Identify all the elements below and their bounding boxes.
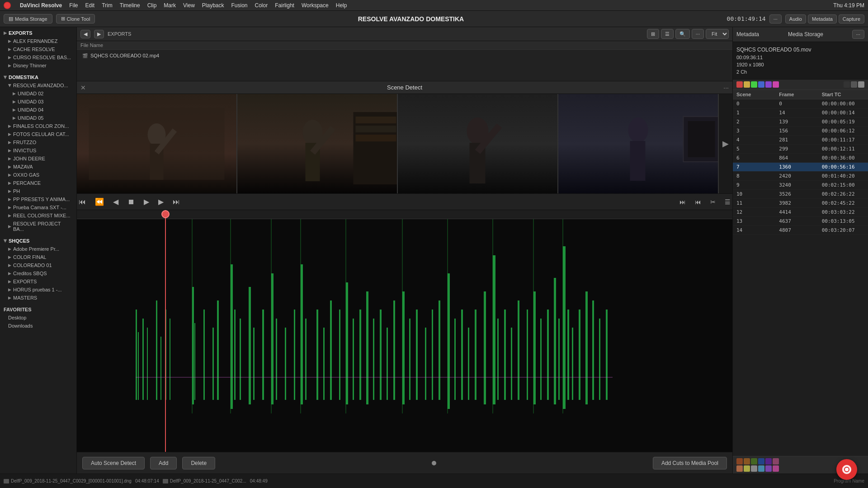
menu-mark[interactable]: Mark (164, 2, 176, 9)
sidebar-item-mazava[interactable]: ▶MAZAVA (0, 163, 76, 171)
player-ctrl-scissors[interactable]: ✂ (708, 197, 717, 206)
sidebar-item-invictus[interactable]: ▶INVICTUS (0, 146, 76, 155)
scene-row-0[interactable]: 0 0 00:00:00:00 (733, 99, 868, 108)
close-button[interactable]: ✕ (80, 84, 86, 91)
menu-edit[interactable]: Edit (85, 2, 95, 9)
audio-button[interactable]: Audio (785, 14, 806, 23)
player-ctrl-prev-cut[interactable]: ⏮ (693, 197, 703, 206)
forward-one-frame-button[interactable]: ▶ (156, 197, 165, 207)
back-one-frame-button[interactable]: ◀ (111, 197, 120, 207)
sidebar-item-pp-presets[interactable]: ▶PP PRESETS Y ANIMA... (0, 195, 76, 203)
scene-row-2[interactable]: 2 139 00:00:05:19 (733, 117, 868, 127)
menu-clip[interactable]: Clip (147, 2, 157, 9)
scene-row-8[interactable]: 8 2420 00:01:40:20 (733, 172, 868, 181)
sidebar-item-alex[interactable]: ▶ALEX FERNANDEZ (0, 37, 76, 45)
add-cuts-to-media-pool-button[interactable]: Add Cuts to Media Pool (653, 457, 727, 469)
scene-row-7[interactable]: 7 1360 00:00:56:16 (733, 163, 868, 172)
sidebar-item-color-final[interactable]: ▶COLOR FINAL (0, 253, 76, 261)
thumb-scroll-right[interactable]: ▶ (719, 94, 732, 193)
sidebar-item-reel[interactable]: ▶REEL COLORIST MIXE... (0, 211, 76, 220)
auto-scene-detect-button[interactable]: Auto Scene Detect (82, 457, 145, 469)
thumb-2[interactable] (237, 94, 398, 193)
add-button[interactable]: Add (150, 457, 177, 469)
davinci-floating-button[interactable] (836, 459, 857, 480)
sidebar-item-ph[interactable]: ▶PH (0, 187, 76, 195)
step-back-button[interactable]: ⏪ (93, 197, 106, 207)
menu-fairlight[interactable]: Fairlight (275, 2, 294, 9)
delete-button[interactable]: Delete (182, 457, 215, 469)
sidebar-item-domestika[interactable]: ▶ DOMESTIKA (0, 73, 76, 81)
sidebar-item-exports2[interactable]: ▶EXPORTS (0, 277, 76, 286)
sidebar-item-john-deere[interactable]: ▶JOHN DEERE (0, 155, 76, 163)
sidebar-item-unidad03[interactable]: ▶UNIDAD 03 (0, 98, 76, 106)
play-button[interactable]: ▶ (142, 197, 151, 207)
metadata-button[interactable]: Metadata (808, 14, 837, 23)
sidebar-item-disney[interactable]: ▶Disney Thinner (0, 61, 76, 70)
sidebar-item-percance[interactable]: ▶PERCANCE (0, 179, 76, 187)
thumb-1[interactable] (77, 94, 237, 193)
menu-timeline[interactable]: Timeline (120, 2, 140, 9)
skip-to-start-button[interactable]: ⏮ (77, 197, 88, 207)
fb-forward-button[interactable]: ▶ (94, 30, 104, 38)
sidebar-item-unidad02[interactable]: ▶UNIDAD 02 (0, 89, 76, 98)
menu-file[interactable]: File (69, 2, 78, 9)
thumb-3[interactable] (398, 94, 558, 193)
menu-color[interactable]: Color (255, 2, 268, 9)
sidebar-item-cache[interactable]: ▶CACHE RESOLVE (0, 45, 76, 53)
clone-tool-button[interactable]: ⊞ Clone Tool (56, 14, 95, 23)
file-item-sqhcs02[interactable]: 🎬 SQHCS COLOREADO 02.mp4 (80, 52, 729, 60)
media-storage-button[interactable]: ▤ Media Storage (4, 14, 52, 23)
sidebar-item-creditos[interactable]: ▶Creditos SBQS (0, 269, 76, 277)
menu-help[interactable]: Help (336, 2, 347, 9)
player-ctrl-list[interactable]: ☰ (723, 197, 732, 206)
sidebar-item-adobe[interactable]: ▶Adobe Premiere Pr... (0, 245, 76, 253)
skip-to-end-button[interactable]: ⏭ (171, 197, 182, 207)
sidebar-item-oxxo[interactable]: ▶OXXO GAS (0, 171, 76, 179)
scene-row-4[interactable]: 4 281 00:00:11:17 (733, 136, 868, 145)
sidebar-item-fotos[interactable]: ▶FOTOS CELULAR CAT... (0, 130, 76, 138)
waveform-container[interactable] (77, 219, 732, 452)
menu-playback[interactable]: Playback (202, 2, 224, 9)
sidebar-item-downloads[interactable]: Downloads (0, 322, 76, 330)
scene-row-12[interactable]: 12 4414 00:03:03:22 (733, 208, 868, 217)
player-ctrl-end[interactable]: ⏭ (678, 197, 688, 206)
scene-row-11[interactable]: 11 3982 00:02:45:22 (733, 199, 868, 208)
menu-workspace[interactable]: Workspace (302, 2, 329, 9)
scene-row-1[interactable]: 1 14 00:00:00:14 (733, 108, 868, 117)
menu-app-name[interactable]: DaVinci Resolve (20, 2, 62, 9)
scene-row-13[interactable]: 13 4637 00:03:13:05 (733, 217, 868, 226)
sidebar-item-coloreado[interactable]: ▶COLOREADO 01 (0, 261, 76, 269)
fb-more-button[interactable]: ··· (692, 29, 704, 39)
sidebar-item-resolve-avanzado[interactable]: ▶ RESOLVE AVANZADO... (0, 81, 76, 89)
sidebar-item-prueba[interactable]: ▶Prueba Camara SXT -... (0, 203, 76, 211)
menu-trim[interactable]: Trim (102, 2, 113, 9)
fb-back-button[interactable]: ◀ (80, 30, 90, 38)
sidebar-item-horus[interactable]: ▶HORUS pruebas 1 -... (0, 286, 76, 294)
timecode-more-button[interactable]: ··· (769, 14, 782, 23)
scene-row-6[interactable]: 6 864 00:00:36:00 (733, 154, 868, 163)
fb-fit-select[interactable]: Fit (706, 29, 729, 39)
stop-button[interactable]: ⏹ (126, 197, 137, 207)
sidebar-item-desktop[interactable]: Desktop (0, 314, 76, 322)
right-panel-more-button[interactable]: ··· (852, 30, 864, 39)
fb-grid-view-button[interactable]: ⊞ (647, 29, 659, 39)
media-storage-tab-label[interactable]: Media Storage (788, 31, 823, 38)
sidebar-item-finales[interactable]: ▶FINALES COLOR ZON... (0, 122, 76, 130)
sidebar-item-unidad05[interactable]: ▶UNIDAD 05 (0, 114, 76, 122)
sidebar-item-frutzzo[interactable]: ▶FRUTZZO (0, 138, 76, 146)
scene-row-14[interactable]: 14 4807 00:03:20:07 (733, 226, 868, 235)
scene-row-5[interactable]: 5 299 00:00:12:11 (733, 145, 868, 154)
scene-detect-more-button[interactable]: ··· (723, 84, 729, 91)
scene-row-3[interactable]: 3 156 00:00:06:12 (733, 127, 868, 136)
menu-fusion[interactable]: Fusion (231, 2, 248, 9)
fb-list-view-button[interactable]: ☰ (661, 29, 674, 39)
sidebar-item-shqces[interactable]: ▶ SHQCES (0, 237, 76, 245)
sidebar-item-resolve-project[interactable]: ▶RESOLVE PROJECT BA... (0, 220, 76, 233)
scene-row-9[interactable]: 9 3240 00:02:15:00 (733, 181, 868, 190)
sidebar-exports-header[interactable]: ▶ EXPORTS (0, 29, 76, 37)
sidebar-item-curso[interactable]: ▶CURSO RESOLVE BAS... (0, 53, 76, 61)
sidebar-item-masters[interactable]: ▶MASTERS (0, 294, 76, 302)
thumb-4[interactable] (558, 94, 719, 193)
sidebar-item-unidad04[interactable]: ▶UNIDAD 04 (0, 106, 76, 114)
capture-button[interactable]: Capture (839, 14, 864, 23)
